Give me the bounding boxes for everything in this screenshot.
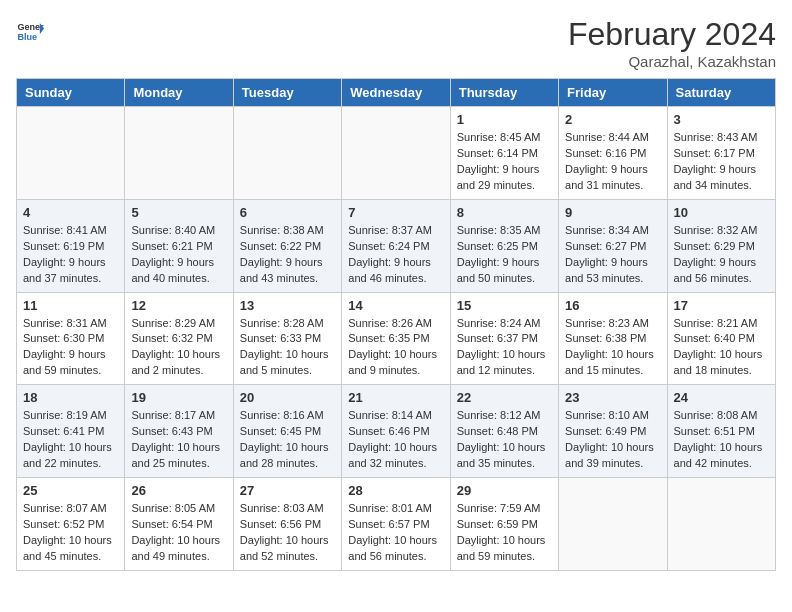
day-info: Sunrise: 8:41 AM Sunset: 6:19 PM Dayligh…: [23, 223, 118, 287]
day-info: Sunrise: 8:40 AM Sunset: 6:21 PM Dayligh…: [131, 223, 226, 287]
svg-text:Blue: Blue: [17, 32, 37, 42]
month-year-title: February 2024: [568, 16, 776, 53]
calendar-day-cell: 8Sunrise: 8:35 AM Sunset: 6:25 PM Daylig…: [450, 199, 558, 292]
day-info: Sunrise: 8:44 AM Sunset: 6:16 PM Dayligh…: [565, 130, 660, 194]
calendar-week-row: 4Sunrise: 8:41 AM Sunset: 6:19 PM Daylig…: [17, 199, 776, 292]
day-number: 26: [131, 483, 226, 498]
day-info: Sunrise: 8:32 AM Sunset: 6:29 PM Dayligh…: [674, 223, 769, 287]
day-info: Sunrise: 8:29 AM Sunset: 6:32 PM Dayligh…: [131, 316, 226, 380]
day-number: 3: [674, 112, 769, 127]
calendar-day-cell: 2Sunrise: 8:44 AM Sunset: 6:16 PM Daylig…: [559, 107, 667, 200]
calendar-week-row: 18Sunrise: 8:19 AM Sunset: 6:41 PM Dayli…: [17, 385, 776, 478]
day-number: 24: [674, 390, 769, 405]
day-number: 6: [240, 205, 335, 220]
weekday-header-wednesday: Wednesday: [342, 79, 450, 107]
calendar-day-cell: 14Sunrise: 8:26 AM Sunset: 6:35 PM Dayli…: [342, 292, 450, 385]
day-info: Sunrise: 8:43 AM Sunset: 6:17 PM Dayligh…: [674, 130, 769, 194]
calendar-day-cell: 15Sunrise: 8:24 AM Sunset: 6:37 PM Dayli…: [450, 292, 558, 385]
calendar-day-cell: 20Sunrise: 8:16 AM Sunset: 6:45 PM Dayli…: [233, 385, 341, 478]
calendar-day-cell: 13Sunrise: 8:28 AM Sunset: 6:33 PM Dayli…: [233, 292, 341, 385]
day-info: Sunrise: 8:38 AM Sunset: 6:22 PM Dayligh…: [240, 223, 335, 287]
weekday-header-thursday: Thursday: [450, 79, 558, 107]
day-info: Sunrise: 8:05 AM Sunset: 6:54 PM Dayligh…: [131, 501, 226, 565]
day-number: 23: [565, 390, 660, 405]
day-info: Sunrise: 8:34 AM Sunset: 6:27 PM Dayligh…: [565, 223, 660, 287]
calendar-day-cell: 19Sunrise: 8:17 AM Sunset: 6:43 PM Dayli…: [125, 385, 233, 478]
logo-icon: General Blue: [16, 16, 44, 44]
day-number: 14: [348, 298, 443, 313]
calendar-day-cell: 9Sunrise: 8:34 AM Sunset: 6:27 PM Daylig…: [559, 199, 667, 292]
day-number: 16: [565, 298, 660, 313]
calendar-day-cell: 3Sunrise: 8:43 AM Sunset: 6:17 PM Daylig…: [667, 107, 775, 200]
calendar-day-cell: [17, 107, 125, 200]
day-number: 28: [348, 483, 443, 498]
day-info: Sunrise: 8:45 AM Sunset: 6:14 PM Dayligh…: [457, 130, 552, 194]
day-number: 15: [457, 298, 552, 313]
weekday-header-row: SundayMondayTuesdayWednesdayThursdayFrid…: [17, 79, 776, 107]
day-info: Sunrise: 8:17 AM Sunset: 6:43 PM Dayligh…: [131, 408, 226, 472]
calendar-day-cell: [125, 107, 233, 200]
day-info: Sunrise: 7:59 AM Sunset: 6:59 PM Dayligh…: [457, 501, 552, 565]
calendar-day-cell: 5Sunrise: 8:40 AM Sunset: 6:21 PM Daylig…: [125, 199, 233, 292]
day-number: 11: [23, 298, 118, 313]
day-number: 20: [240, 390, 335, 405]
day-number: 9: [565, 205, 660, 220]
day-number: 1: [457, 112, 552, 127]
calendar-day-cell: 7Sunrise: 8:37 AM Sunset: 6:24 PM Daylig…: [342, 199, 450, 292]
day-number: 12: [131, 298, 226, 313]
day-number: 22: [457, 390, 552, 405]
day-number: 18: [23, 390, 118, 405]
page-header: General Blue February 2024 Qarazhal, Kaz…: [16, 16, 776, 70]
calendar-day-cell: 27Sunrise: 8:03 AM Sunset: 6:56 PM Dayli…: [233, 478, 341, 571]
day-info: Sunrise: 8:07 AM Sunset: 6:52 PM Dayligh…: [23, 501, 118, 565]
day-info: Sunrise: 8:12 AM Sunset: 6:48 PM Dayligh…: [457, 408, 552, 472]
weekday-header-friday: Friday: [559, 79, 667, 107]
day-number: 29: [457, 483, 552, 498]
day-info: Sunrise: 8:35 AM Sunset: 6:25 PM Dayligh…: [457, 223, 552, 287]
calendar-day-cell: 25Sunrise: 8:07 AM Sunset: 6:52 PM Dayli…: [17, 478, 125, 571]
calendar-table: SundayMondayTuesdayWednesdayThursdayFrid…: [16, 78, 776, 571]
day-info: Sunrise: 8:37 AM Sunset: 6:24 PM Dayligh…: [348, 223, 443, 287]
location-subtitle: Qarazhal, Kazakhstan: [568, 53, 776, 70]
calendar-day-cell: 12Sunrise: 8:29 AM Sunset: 6:32 PM Dayli…: [125, 292, 233, 385]
calendar-day-cell: 16Sunrise: 8:23 AM Sunset: 6:38 PM Dayli…: [559, 292, 667, 385]
calendar-day-cell: 4Sunrise: 8:41 AM Sunset: 6:19 PM Daylig…: [17, 199, 125, 292]
day-number: 25: [23, 483, 118, 498]
calendar-day-cell: 6Sunrise: 8:38 AM Sunset: 6:22 PM Daylig…: [233, 199, 341, 292]
logo: General Blue: [16, 16, 44, 44]
calendar-day-cell: 23Sunrise: 8:10 AM Sunset: 6:49 PM Dayli…: [559, 385, 667, 478]
day-info: Sunrise: 8:10 AM Sunset: 6:49 PM Dayligh…: [565, 408, 660, 472]
day-number: 7: [348, 205, 443, 220]
day-info: Sunrise: 8:21 AM Sunset: 6:40 PM Dayligh…: [674, 316, 769, 380]
day-info: Sunrise: 8:03 AM Sunset: 6:56 PM Dayligh…: [240, 501, 335, 565]
calendar-day-cell: 28Sunrise: 8:01 AM Sunset: 6:57 PM Dayli…: [342, 478, 450, 571]
weekday-header-tuesday: Tuesday: [233, 79, 341, 107]
day-number: 5: [131, 205, 226, 220]
day-number: 21: [348, 390, 443, 405]
day-info: Sunrise: 8:31 AM Sunset: 6:30 PM Dayligh…: [23, 316, 118, 380]
day-info: Sunrise: 8:23 AM Sunset: 6:38 PM Dayligh…: [565, 316, 660, 380]
calendar-day-cell: 11Sunrise: 8:31 AM Sunset: 6:30 PM Dayli…: [17, 292, 125, 385]
day-number: 8: [457, 205, 552, 220]
calendar-day-cell: 22Sunrise: 8:12 AM Sunset: 6:48 PM Dayli…: [450, 385, 558, 478]
day-info: Sunrise: 8:24 AM Sunset: 6:37 PM Dayligh…: [457, 316, 552, 380]
weekday-header-saturday: Saturday: [667, 79, 775, 107]
weekday-header-sunday: Sunday: [17, 79, 125, 107]
day-number: 2: [565, 112, 660, 127]
calendar-day-cell: 1Sunrise: 8:45 AM Sunset: 6:14 PM Daylig…: [450, 107, 558, 200]
day-number: 19: [131, 390, 226, 405]
day-number: 10: [674, 205, 769, 220]
calendar-day-cell: 21Sunrise: 8:14 AM Sunset: 6:46 PM Dayli…: [342, 385, 450, 478]
day-info: Sunrise: 8:16 AM Sunset: 6:45 PM Dayligh…: [240, 408, 335, 472]
title-block: February 2024 Qarazhal, Kazakhstan: [568, 16, 776, 70]
calendar-day-cell: 10Sunrise: 8:32 AM Sunset: 6:29 PM Dayli…: [667, 199, 775, 292]
day-number: 17: [674, 298, 769, 313]
calendar-day-cell: 17Sunrise: 8:21 AM Sunset: 6:40 PM Dayli…: [667, 292, 775, 385]
calendar-week-row: 1Sunrise: 8:45 AM Sunset: 6:14 PM Daylig…: [17, 107, 776, 200]
day-number: 27: [240, 483, 335, 498]
day-info: Sunrise: 8:01 AM Sunset: 6:57 PM Dayligh…: [348, 501, 443, 565]
calendar-day-cell: 18Sunrise: 8:19 AM Sunset: 6:41 PM Dayli…: [17, 385, 125, 478]
calendar-week-row: 11Sunrise: 8:31 AM Sunset: 6:30 PM Dayli…: [17, 292, 776, 385]
calendar-day-cell: 26Sunrise: 8:05 AM Sunset: 6:54 PM Dayli…: [125, 478, 233, 571]
day-info: Sunrise: 8:14 AM Sunset: 6:46 PM Dayligh…: [348, 408, 443, 472]
